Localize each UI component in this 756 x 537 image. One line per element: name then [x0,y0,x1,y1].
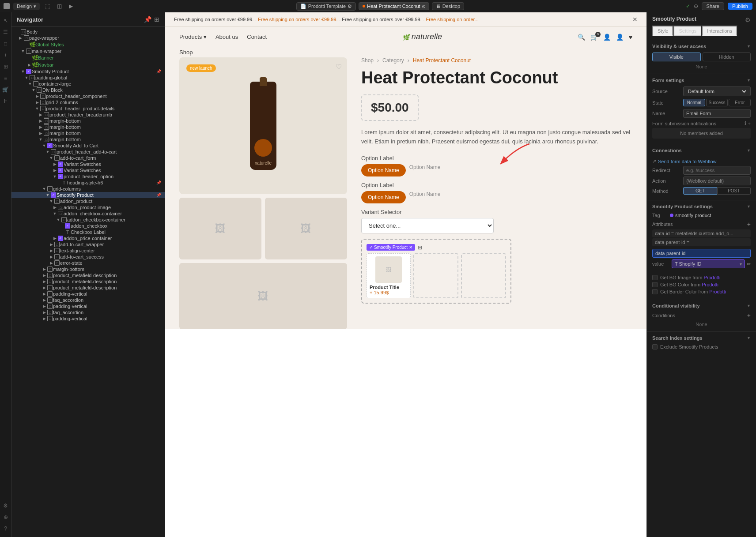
tree-item-addon-checkbox[interactable]: ✓ addon_checkbox [11,223,165,229]
product-wishlist-icon[interactable]: ♡ [336,63,342,71]
tree-item-addon-price-container[interactable]: ▶ ✓ addon_price-container [11,235,165,241]
tree-item-error-state[interactable]: ▶ □ error-state [11,260,165,266]
state-normal-button[interactable]: Normal [683,99,705,106]
template-tab[interactable]: 📄 Prodotti Template ⚙ [296,2,356,11]
play-button[interactable]: ▶ [67,2,75,10]
tree-item-addon-product-image[interactable]: ▶ □ addon_product-image [11,204,165,210]
attr-value-select[interactable]: T Shopify ID ▾ [672,259,745,268]
tree-item-margin-2[interactable]: ▶ □ margin-bottom [11,124,165,130]
account-icon-2[interactable]: 👤 [616,34,624,41]
add-element[interactable]: + [1,50,11,60]
announce-link-1[interactable]: Free shipping on orders over €99.99. [258,17,337,22]
visibility-section-header[interactable]: Visibility & user access ▼ [647,40,756,51]
exclude-checkbox[interactable] [652,344,658,349]
tree-item-container-large[interactable]: ▼ □ container-large [11,81,165,87]
action-input[interactable] [683,176,751,185]
tree-item-main-wrapper[interactable]: ▼ □ main-wrapper [11,48,165,54]
tab-settings[interactable]: Settings [673,26,702,36]
method-get-button[interactable]: GET [683,187,717,195]
tree-item-addon-checkbox-container-2[interactable]: ▼ □ addon_checkbox-container [11,217,165,223]
cart-icon[interactable]: 🛒 0 [590,34,598,41]
tree-item-div-block[interactable]: ▼ □ Div Block [11,87,165,93]
visible-button[interactable]: Visible [652,53,701,61]
announce-link-2[interactable]: Free shipping on order... [426,17,479,22]
state-success-button[interactable]: Success [706,99,728,106]
source-select[interactable]: Default form [683,86,751,96]
tab-interactions[interactable]: Interactions [702,26,737,36]
search-icon[interactable]: 🔍 [578,34,585,41]
tree-item-padding-global[interactable]: ▼ □ padding-global [11,75,165,81]
close-icon[interactable]: ✕ [409,245,412,250]
breadcrumb-shop[interactable]: Shop [361,57,374,64]
help-tool[interactable]: ? [1,524,11,533]
desktop-tab[interactable]: 🖥 Desktop [432,2,464,10]
tree-item-banner[interactable]: 🌿 Banner [11,54,165,61]
settings-tool[interactable]: ⚙ [1,501,11,511]
hidden-button[interactable]: Hidden [703,53,751,61]
components-panel[interactable]: ⊞ [1,62,11,71]
ecommerce-panel[interactable]: 🛒 [1,85,11,94]
publish-button[interactable]: Publish [728,3,752,10]
tree-item-margin-bottom-5[interactable]: ▶ □ margin-bottom [11,266,165,272]
cursor-tool[interactable]: ↖ [1,16,11,26]
tree-item-faq-accordion-1[interactable]: ▶ □ faq_accordion [11,297,165,303]
variant-select[interactable]: Select one... [361,218,494,233]
send-to-webflow-link[interactable]: Send form data to Webflow [658,159,716,164]
pin-button[interactable]: 📌 [144,16,151,23]
form-add-button[interactable]: + [748,120,751,126]
tree-item-padding-vertical-2[interactable]: ▶ □ padding-vertical [11,303,165,309]
tree-item-addon-product[interactable]: ▼ □ addon_product [11,198,165,204]
checkbox-bg-color[interactable] [652,282,658,287]
method-post-button[interactable]: POST [717,187,751,195]
share-button[interactable]: Share [702,2,724,10]
checkbox-border-color[interactable] [652,289,658,294]
nav-products-link[interactable]: Products ▾ [179,34,207,40]
tree-item-metafield-3[interactable]: ▶ □ product_metafield-description [11,285,165,291]
tree-item-addon-checkbox-container-1[interactable]: ▼ □ addon_checkbox-container [11,210,165,217]
checkbox-bg-image[interactable] [652,275,658,280]
layers-panel[interactable]: ☰ [1,27,11,37]
tree-item-text-align-center[interactable]: ▶ □ text-align-center [11,248,165,254]
expand-button[interactable]: ⊞ [154,16,159,23]
tree-item-variant-swatches-1[interactable]: ▶ ✓ Variant Swatches [11,161,165,167]
breadcrumb-category[interactable]: Category [382,57,404,64]
tab-style[interactable]: Style [652,26,673,36]
nav-shop-link[interactable]: Shop [179,49,193,56]
attr-name-input[interactable] [652,249,751,258]
form-settings-header[interactable]: Form settings ▼ [647,74,756,85]
apps-panel[interactable]: F [1,96,11,106]
tree-item-metafield-2[interactable]: ▶ □ product_metafield-description [11,278,165,285]
wishlist-icon[interactable]: ♥ [629,34,632,41]
tree-item-page-wrapper[interactable]: ▶ □ page-wrapper [11,35,165,41]
tree-item-add-to-cart-wrapper[interactable]: ▶ □ add-to-cart_wrapper [11,241,165,248]
zoom-tool[interactable]: ⊕ [1,512,11,522]
tree-item-grid-columns[interactable]: ▼ □ grid-columns [11,186,165,192]
tree-item-padding-vertical-1[interactable]: ▶ □ padding-vertical [11,291,165,297]
redirect-input[interactable] [683,166,751,175]
product-tab[interactable]: Heat Protectant Coconut ⎋ [359,2,429,10]
tree-item-breadcrumb[interactable]: ▶ □ product_header_breadcrumb [11,112,165,118]
tree-item-product-header-option[interactable]: ▼ ✓ product_header_option [11,173,165,180]
product-thumb-3[interactable]: 🖼 [179,263,347,329]
tree-item-add-to-cart-form[interactable]: ▼ □ add-to-cart_form [11,155,165,161]
name-input[interactable] [683,109,751,118]
tree-item-margin-1[interactable]: ▶ □ margin-bottom [11,118,165,124]
tree-item-add-to-cart-success[interactable]: ▶ □ add-to-cart_success [11,254,165,260]
connections-header[interactable]: Connections ▼ [647,144,756,155]
tree-item-metafield-1[interactable]: ▶ □ product_metafield-description [11,272,165,278]
tree-item-body[interactable]: □ Body [11,29,165,35]
form-info-button[interactable]: ℹ [745,120,746,126]
nav-contact-link[interactable]: Contact [247,34,267,40]
source-select-input[interactable]: Default form [686,88,748,94]
undo-button[interactable]: ⬚ [43,2,52,10]
design-mode-button[interactable]: Design ▾ [13,3,40,10]
tree-item-margin-4[interactable]: ▼ □ margin-bottom [11,136,165,143]
state-error-button[interactable]: Error [729,99,751,106]
tree-item-product-header-details[interactable]: ▼ □ product_header_product-details [11,105,165,112]
attr-edit-button[interactable]: ✏ [747,261,751,267]
tree-item-variant-swatches-2[interactable]: ▶ ✓ Variant Swatches [11,167,165,173]
cms-panel[interactable]: ≡ [1,73,11,83]
assets-panel[interactable]: □ [1,39,11,49]
search-index-header[interactable]: Search index settings ▼ [647,332,756,342]
account-icon[interactable]: 👤 [603,34,611,41]
